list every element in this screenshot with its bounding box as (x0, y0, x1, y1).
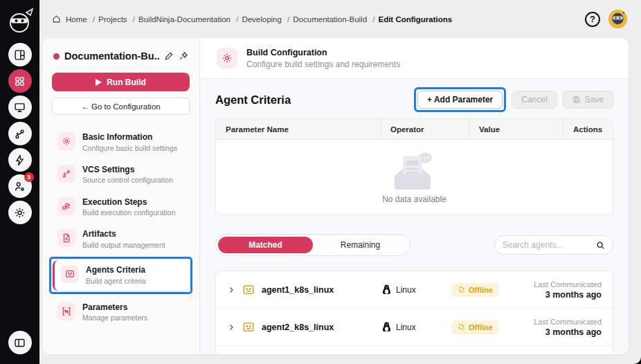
nav-item-label: Artifacts (82, 229, 165, 240)
dashboard-icon[interactable] (8, 43, 32, 66)
branch-icon (57, 165, 75, 183)
git-branch-icon[interactable] (8, 122, 32, 145)
agent-os: Linux (396, 285, 416, 295)
linux-tux-icon (382, 322, 391, 332)
last-communicated-value: 3 months ago (534, 290, 602, 300)
nav-item-sublabel: Build execution configuration (82, 208, 175, 217)
buildninja-logo-icon (6, 7, 35, 35)
column-value: Value (469, 119, 563, 139)
build-configuration-header: Build Configuration Configure build sett… (200, 38, 629, 79)
page-title: Build Configuration (246, 48, 400, 57)
agents-criteria-highlight-box: Agents Criteria Build agent criteria (49, 257, 192, 294)
agent-row-1: agent1_k8s_linux Linux Offline Last Comm… (216, 271, 613, 309)
notification-badge: 3 (24, 172, 34, 182)
column-actions: Actions (563, 119, 613, 139)
section-title: Agent Criteria (215, 93, 291, 107)
agent-row-2: agent2_k8s_linux Linux Offline Last Comm… (216, 309, 613, 346)
nav-item-parameters[interactable]: Parameters Manage parameters (52, 298, 190, 328)
nav-item-label: Agents Criteria (86, 265, 146, 276)
panel-toggle-icon[interactable] (8, 331, 32, 354)
agent-list: agent1_k8s_linux Linux Offline Last Comm… (215, 271, 613, 354)
last-communicated-value: 3 months ago (534, 327, 602, 337)
icon-rail: 3 (0, 0, 39, 364)
agent-screen-icon (61, 265, 79, 283)
unlink-icon (458, 323, 465, 331)
breadcrumb-build[interactable]: Documentation-Build (293, 15, 374, 24)
nav-item-artifacts[interactable]: Artifacts Build output management (52, 224, 190, 255)
nav-item-basic-information[interactable]: Basic Information Configure basic build … (52, 127, 190, 158)
pin-icon[interactable] (179, 51, 188, 61)
nav-item-sublabel: Configure basic build settings (82, 143, 177, 153)
agent-row-partial (216, 346, 613, 354)
empty-inbox-icon (389, 151, 440, 191)
avatar[interactable] (608, 10, 627, 28)
agent-name: agent2_k8s_linux (262, 322, 364, 332)
search-input[interactable] (503, 240, 592, 250)
chevron-right-icon[interactable] (227, 286, 235, 294)
build-config-title: Documentation-Bu... (64, 51, 159, 62)
breadcrumb-projects[interactable]: Projects (98, 15, 135, 24)
status-dot (53, 53, 60, 60)
nav-item-label: Execution Steps (82, 197, 175, 208)
last-communicated-label: Last Communicated (534, 318, 602, 326)
nav-item-sublabel: Manage parameters (82, 313, 147, 322)
tab-matched[interactable]: Matched (218, 237, 313, 253)
nav-item-label: VCS Settings (82, 165, 173, 176)
settings-gear-icon[interactable] (8, 201, 32, 224)
breadcrumb: Home Projects BuildNinja-Documentation D… (52, 15, 452, 24)
topbar: Home Projects BuildNinja-Documentation D… (39, 0, 641, 38)
breadcrumb-current: Edit Configurations (378, 15, 452, 24)
steps-icon (57, 197, 75, 215)
nav-item-agents-criteria[interactable]: Agents Criteria Build agent criteria (53, 260, 189, 291)
agent-name: agent1_k8s_linux (262, 285, 364, 295)
page: Home Projects BuildNinja-Documentation D… (39, 0, 641, 364)
edit-pencil-icon[interactable] (164, 51, 174, 61)
help-button[interactable]: ? (585, 12, 600, 27)
nav-item-sublabel: Build agent criteria (86, 276, 146, 286)
linux-tux-icon (382, 284, 391, 295)
unlink-icon (458, 286, 465, 293)
projects-grid-icon[interactable] (8, 69, 32, 93)
nav-item-vcs-settings[interactable]: VCS Settings Source control configuratio… (52, 160, 190, 190)
home-icon (52, 15, 61, 24)
user-gear-icon[interactable]: 3 (8, 174, 32, 198)
run-build-button[interactable]: Run Build (52, 73, 190, 91)
main-area: Build Configuration Configure build sett… (200, 38, 629, 354)
agent-criteria-content: Agent Criteria + Add Parameter Cancel Sa… (200, 79, 629, 354)
search-icon[interactable] (596, 241, 605, 250)
add-parameter-button[interactable]: + Add Parameter (417, 91, 503, 109)
parameters-table: Parameter Name Operator Value Actions (215, 118, 613, 215)
monitor-icon[interactable] (8, 95, 32, 119)
lightning-icon[interactable] (8, 148, 32, 172)
nav-item-label: Basic Information (82, 132, 177, 143)
agent-os: Linux (396, 322, 416, 332)
nav-item-sublabel: Build output management (82, 240, 165, 250)
agent-screen-icon (242, 284, 255, 296)
agent-search (494, 235, 613, 255)
tab-remaining[interactable]: Remaining (313, 237, 408, 253)
app-root: 3 Home Projects BuildNinja-Documentation… (0, 0, 641, 364)
empty-state: No data available (216, 140, 613, 215)
cancel-button[interactable]: Cancel (512, 91, 557, 109)
go-to-configuration-button[interactable]: ← Go to Configuration (52, 98, 190, 115)
content-shell: Documentation-Bu... Run Build ← Go to Co… (42, 38, 629, 354)
add-parameter-highlight-box: + Add Parameter (414, 87, 506, 112)
save-icon (572, 95, 581, 104)
status-badge: Offline (451, 320, 499, 334)
chevron-right-icon[interactable] (227, 323, 235, 331)
breadcrumb-project[interactable]: BuildNinja-Documentation (138, 15, 238, 24)
breadcrumb-subproject[interactable]: Developing (242, 15, 289, 24)
gear-icon (217, 48, 237, 69)
play-icon (96, 79, 102, 86)
nav-item-execution-steps[interactable]: Execution Steps Build execution configur… (52, 192, 190, 223)
save-button[interactable]: Save (563, 91, 613, 109)
breadcrumb-home[interactable]: Home (66, 15, 95, 24)
empty-state-text: No data available (382, 194, 446, 204)
build-nav-panel: Documentation-Bu... Run Build ← Go to Co… (42, 38, 200, 354)
last-communicated-label: Last Communicated (534, 280, 602, 289)
agent-tabs: Matched Remaining (215, 234, 410, 256)
table-header-row: Parameter Name Operator Value Actions (216, 119, 613, 140)
gear-icon (57, 132, 75, 150)
nav-item-label: Parameters (82, 302, 147, 313)
page-subtitle: Configure build settings and requirement… (246, 60, 400, 69)
